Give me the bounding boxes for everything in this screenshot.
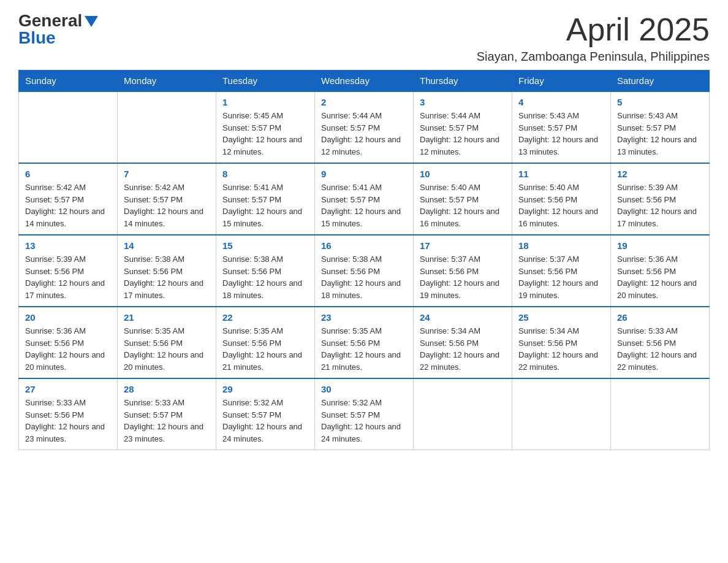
day-info: Sunrise: 5:44 AM Sunset: 5:57 PM Dayligh… — [321, 110, 407, 158]
calendar-cell: 24Sunrise: 5:34 AM Sunset: 5:56 PM Dayli… — [414, 307, 512, 378]
day-number: 25 — [518, 312, 604, 323]
calendar-cell: 18Sunrise: 5:37 AM Sunset: 5:56 PM Dayli… — [512, 235, 611, 307]
svg-marker-0 — [85, 16, 98, 27]
calendar-cell: 17Sunrise: 5:37 AM Sunset: 5:56 PM Dayli… — [414, 235, 512, 307]
calendar-header-wednesday: Wednesday — [315, 71, 414, 92]
calendar-cell: 30Sunrise: 5:32 AM Sunset: 5:57 PM Dayli… — [315, 378, 414, 450]
calendar-cell: 8Sunrise: 5:41 AM Sunset: 5:57 PM Daylig… — [216, 163, 315, 235]
day-info: Sunrise: 5:33 AM Sunset: 5:56 PM Dayligh… — [617, 325, 703, 373]
calendar-cell: 27Sunrise: 5:33 AM Sunset: 5:56 PM Dayli… — [19, 378, 118, 450]
calendar-header-saturday: Saturday — [611, 71, 710, 92]
day-info: Sunrise: 5:40 AM Sunset: 5:57 PM Dayligh… — [420, 182, 506, 229]
day-info: Sunrise: 5:40 AM Sunset: 5:56 PM Dayligh… — [518, 182, 604, 229]
day-info: Sunrise: 5:42 AM Sunset: 5:57 PM Dayligh… — [25, 182, 111, 229]
day-number: 24 — [420, 312, 506, 323]
day-info: Sunrise: 5:35 AM Sunset: 5:56 PM Dayligh… — [321, 325, 407, 373]
day-number: 10 — [420, 169, 506, 179]
calendar-cell: 9Sunrise: 5:41 AM Sunset: 5:57 PM Daylig… — [315, 163, 414, 235]
day-number: 6 — [25, 169, 111, 179]
day-number: 23 — [321, 312, 407, 323]
calendar-cell: 28Sunrise: 5:33 AM Sunset: 5:57 PM Dayli… — [118, 378, 216, 450]
day-info: Sunrise: 5:36 AM Sunset: 5:56 PM Dayligh… — [617, 253, 703, 301]
logo: General Blue — [18, 12, 98, 47]
day-info: Sunrise: 5:37 AM Sunset: 5:56 PM Dayligh… — [518, 253, 604, 301]
day-number: 30 — [321, 384, 407, 394]
day-info: Sunrise: 5:35 AM Sunset: 5:56 PM Dayligh… — [124, 325, 210, 373]
day-info: Sunrise: 5:43 AM Sunset: 5:57 PM Dayligh… — [518, 110, 604, 158]
day-number: 17 — [420, 240, 506, 251]
calendar-cell: 25Sunrise: 5:34 AM Sunset: 5:56 PM Dayli… — [512, 307, 611, 378]
day-number: 29 — [222, 384, 308, 394]
calendar-cell: 13Sunrise: 5:39 AM Sunset: 5:56 PM Dayli… — [19, 235, 118, 307]
calendar-cell — [611, 378, 710, 450]
calendar-header-monday: Monday — [118, 71, 216, 92]
calendar-cell: 7Sunrise: 5:42 AM Sunset: 5:57 PM Daylig… — [118, 163, 216, 235]
logo-triangle-icon — [85, 16, 98, 27]
calendar-header-thursday: Thursday — [414, 71, 512, 92]
day-number: 26 — [617, 312, 703, 323]
day-number: 21 — [124, 312, 210, 323]
day-info: Sunrise: 5:36 AM Sunset: 5:56 PM Dayligh… — [25, 325, 111, 373]
week-row-3: 13Sunrise: 5:39 AM Sunset: 5:56 PM Dayli… — [19, 235, 710, 307]
calendar-cell: 16Sunrise: 5:38 AM Sunset: 5:56 PM Dayli… — [315, 235, 414, 307]
day-number: 27 — [25, 384, 111, 394]
day-number: 11 — [518, 169, 604, 179]
day-number: 7 — [124, 169, 210, 179]
day-number: 1 — [222, 97, 308, 107]
day-info: Sunrise: 5:43 AM Sunset: 5:57 PM Dayligh… — [617, 110, 703, 158]
day-number: 19 — [617, 240, 703, 251]
day-info: Sunrise: 5:39 AM Sunset: 5:56 PM Dayligh… — [617, 182, 703, 229]
calendar-cell: 20Sunrise: 5:36 AM Sunset: 5:56 PM Dayli… — [19, 307, 118, 378]
day-info: Sunrise: 5:44 AM Sunset: 5:57 PM Dayligh… — [420, 110, 506, 158]
calendar-table: SundayMondayTuesdayWednesdayThursdayFrid… — [18, 70, 710, 450]
day-info: Sunrise: 5:32 AM Sunset: 5:57 PM Dayligh… — [222, 397, 308, 445]
day-number: 2 — [321, 97, 407, 107]
day-info: Sunrise: 5:39 AM Sunset: 5:56 PM Dayligh… — [25, 253, 111, 301]
calendar-cell: 29Sunrise: 5:32 AM Sunset: 5:57 PM Dayli… — [216, 378, 315, 450]
day-info: Sunrise: 5:33 AM Sunset: 5:57 PM Dayligh… — [124, 397, 210, 445]
calendar-cell — [118, 91, 216, 163]
day-info: Sunrise: 5:41 AM Sunset: 5:57 PM Dayligh… — [321, 182, 407, 229]
calendar-cell: 23Sunrise: 5:35 AM Sunset: 5:56 PM Dayli… — [315, 307, 414, 378]
calendar-cell: 12Sunrise: 5:39 AM Sunset: 5:56 PM Dayli… — [611, 163, 710, 235]
logo-blue: Blue — [18, 29, 56, 47]
calendar-cell: 4Sunrise: 5:43 AM Sunset: 5:57 PM Daylig… — [512, 91, 611, 163]
day-number: 13 — [25, 240, 111, 251]
day-number: 16 — [321, 240, 407, 251]
day-info: Sunrise: 5:38 AM Sunset: 5:56 PM Dayligh… — [124, 253, 210, 301]
day-info: Sunrise: 5:38 AM Sunset: 5:56 PM Dayligh… — [222, 253, 308, 301]
day-info: Sunrise: 5:35 AM Sunset: 5:56 PM Dayligh… — [222, 325, 308, 373]
day-number: 20 — [25, 312, 111, 323]
day-number: 3 — [420, 97, 506, 107]
logo-general: General — [18, 12, 82, 29]
month-title: April 2025 — [477, 12, 710, 47]
calendar-cell: 10Sunrise: 5:40 AM Sunset: 5:57 PM Dayli… — [414, 163, 512, 235]
calendar-cell — [414, 378, 512, 450]
page-header: General Blue April 2025 Siayan, Zamboang… — [18, 12, 710, 64]
location-title: Siayan, Zamboanga Peninsula, Philippines — [477, 50, 710, 64]
day-number: 18 — [518, 240, 604, 251]
day-info: Sunrise: 5:42 AM Sunset: 5:57 PM Dayligh… — [124, 182, 210, 229]
calendar-cell: 6Sunrise: 5:42 AM Sunset: 5:57 PM Daylig… — [19, 163, 118, 235]
title-block: April 2025 Siayan, Zamboanga Peninsula, … — [477, 12, 710, 64]
day-number: 22 — [222, 312, 308, 323]
calendar-header-row: SundayMondayTuesdayWednesdayThursdayFrid… — [19, 71, 710, 92]
day-number: 5 — [617, 97, 703, 107]
calendar-cell: 19Sunrise: 5:36 AM Sunset: 5:56 PM Dayli… — [611, 235, 710, 307]
day-info: Sunrise: 5:32 AM Sunset: 5:57 PM Dayligh… — [321, 397, 407, 445]
calendar-cell: 21Sunrise: 5:35 AM Sunset: 5:56 PM Dayli… — [118, 307, 216, 378]
calendar-header-tuesday: Tuesday — [216, 71, 315, 92]
calendar-cell — [19, 91, 118, 163]
calendar-header-sunday: Sunday — [19, 71, 118, 92]
week-row-2: 6Sunrise: 5:42 AM Sunset: 5:57 PM Daylig… — [19, 163, 710, 235]
day-info: Sunrise: 5:34 AM Sunset: 5:56 PM Dayligh… — [420, 325, 506, 373]
calendar-cell: 14Sunrise: 5:38 AM Sunset: 5:56 PM Dayli… — [118, 235, 216, 307]
calendar-cell: 22Sunrise: 5:35 AM Sunset: 5:56 PM Dayli… — [216, 307, 315, 378]
week-row-5: 27Sunrise: 5:33 AM Sunset: 5:56 PM Dayli… — [19, 378, 710, 450]
day-number: 4 — [518, 97, 604, 107]
day-info: Sunrise: 5:45 AM Sunset: 5:57 PM Dayligh… — [222, 110, 308, 158]
calendar-cell: 1Sunrise: 5:45 AM Sunset: 5:57 PM Daylig… — [216, 91, 315, 163]
day-info: Sunrise: 5:41 AM Sunset: 5:57 PM Dayligh… — [222, 182, 308, 229]
day-number: 9 — [321, 169, 407, 179]
day-info: Sunrise: 5:33 AM Sunset: 5:56 PM Dayligh… — [25, 397, 111, 445]
